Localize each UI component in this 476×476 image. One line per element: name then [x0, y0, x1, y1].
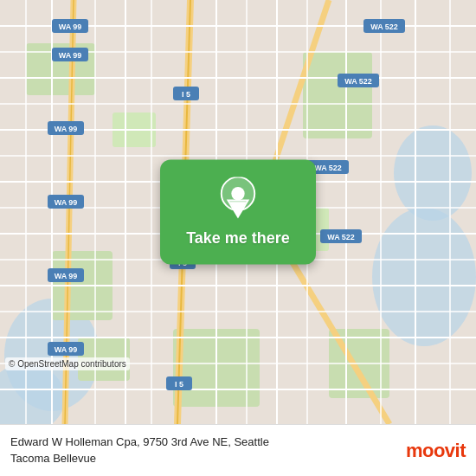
- svg-text:WA 99: WA 99: [55, 272, 78, 280]
- info-bar: Edward W Holleman Cpa, 9750 3rd Ave NE, …: [0, 424, 476, 476]
- svg-point-1: [372, 208, 476, 346]
- svg-text:WA 522: WA 522: [344, 77, 372, 86]
- svg-text:I 5: I 5: [182, 90, 190, 99]
- svg-text:WA 522: WA 522: [314, 164, 342, 172]
- svg-text:WA 99: WA 99: [55, 345, 78, 354]
- svg-text:WA 99: WA 99: [55, 198, 78, 207]
- svg-point-74: [231, 187, 244, 200]
- map-attribution: © OpenStreetMap contributors: [5, 357, 130, 370]
- take-me-there-overlay[interactable]: Take me there: [160, 160, 316, 265]
- svg-point-2: [394, 125, 472, 221]
- moovit-logo: moovit: [406, 440, 466, 462]
- svg-text:WA 522: WA 522: [370, 23, 398, 31]
- moovit-logo-text: moovit: [406, 440, 466, 462]
- svg-text:WA 522: WA 522: [327, 233, 355, 241]
- svg-text:I 5: I 5: [175, 380, 183, 389]
- svg-text:WA 99: WA 99: [59, 51, 82, 60]
- green-card[interactable]: Take me there: [160, 160, 316, 265]
- svg-text:WA 99: WA 99: [55, 125, 78, 133]
- svg-text:WA 99: WA 99: [59, 23, 82, 31]
- address-text: Edward W Holleman Cpa, 9750 3rd Ave NE, …: [10, 434, 397, 466]
- map-container: WA 99 WA 99 WA 99 WA 99 WA 99 WA 99 WA 5…: [0, 0, 476, 424]
- svg-rect-8: [303, 52, 372, 138]
- take-me-there-button[interactable]: Take me there: [186, 229, 290, 248]
- location-pin-icon: [219, 177, 257, 221]
